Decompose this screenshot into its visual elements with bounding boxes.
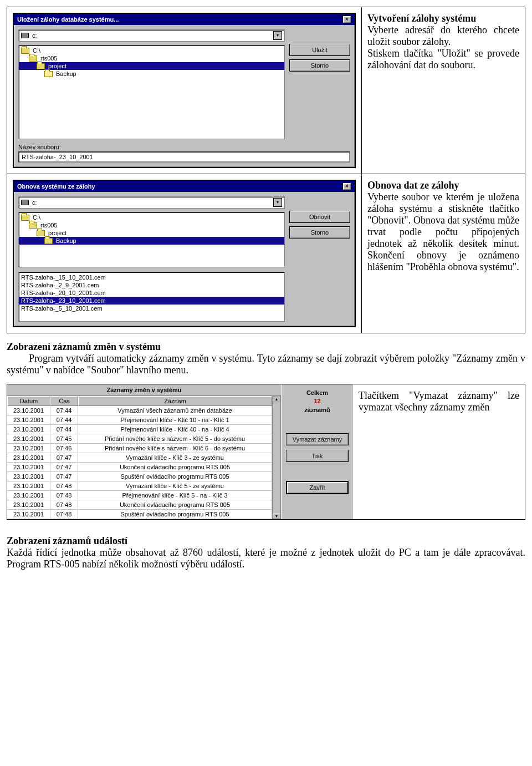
folder-list[interactable]: C:\rts005projectBackup (18, 212, 285, 267)
cancel-button[interactable]: Storno (289, 59, 350, 72)
dialog-title: Obnova systému ze zálohy (17, 183, 95, 190)
table-cell: Přidání nového klíče s názvem - Klíč 5 -… (78, 434, 272, 444)
table-cell: 07:46 (50, 444, 78, 453)
folder-icon (37, 63, 45, 69)
folder-item[interactable]: C:\ (19, 47, 284, 54)
table-cell: Vymazání klíče - Klíč 3 - ze systému (78, 453, 272, 463)
drive-icon (21, 33, 29, 38)
table-cell: Ukončení ovládacího programu RTS 005 (78, 463, 272, 472)
drive-select[interactable]: c: ▾ (18, 29, 285, 42)
table-cell: 07:48 (50, 481, 78, 491)
save-backup-dialog: Uložení zálohy databáze systému... × c: … (13, 13, 356, 168)
table-cell: 23.10.2001 (7, 425, 50, 434)
folder-item[interactable]: project (19, 62, 284, 70)
table-header: Datum (7, 396, 50, 406)
close-icon[interactable]: × (342, 182, 351, 190)
folder-item[interactable]: C:\ (19, 214, 284, 221)
section-body: Vyberte soubor ve kterém je uložena zálo… (367, 191, 519, 273)
table-cell: 23.10.2001 (7, 434, 50, 444)
folder-icon (44, 71, 53, 77)
folder-icon (37, 230, 45, 236)
table-cell: 23.10.2001 (7, 444, 50, 453)
restore-backup-dialog: Obnova systému ze zálohy × c: ▾ C:\rts00… (13, 180, 356, 327)
table-cell: 07:47 (50, 472, 78, 481)
section-body: Tlačítkem "Vymazat záznamy" lze vymazat … (359, 390, 519, 413)
scrollbar[interactable] (272, 396, 281, 519)
close-button[interactable]: Zavřít (286, 481, 349, 494)
section-title: Obnova dat ze zálohy (367, 180, 459, 191)
table-cell: 07:48 (50, 491, 78, 500)
records-dialog: Záznamy změn v systému DatumČasZáznam23.… (7, 384, 353, 519)
table-cell: 23.10.2001 (7, 500, 50, 510)
count-value: 12 (286, 397, 349, 405)
folder-icon (29, 222, 37, 229)
section-body: Vyberte adresář do kterého chcete uložit… (367, 24, 519, 71)
folder-icon (21, 48, 29, 54)
table-cell: 23.10.2001 (7, 491, 50, 500)
close-icon[interactable]: × (342, 16, 351, 23)
count-label: záznamů (286, 406, 349, 414)
table-cell: Vymazání klíče - Klíč 5 - ze systému (78, 481, 272, 491)
save-button[interactable]: Uložit (289, 44, 350, 56)
file-item[interactable]: RTS-zaloha-_20_10_2001.cem (19, 289, 284, 297)
section-body: Program vytváří automaticky záznamy změn… (7, 353, 525, 376)
file-item[interactable]: RTS-zaloha-_5_10_2001.cem (19, 305, 284, 312)
filename-field[interactable]: RTS-zaloha-_23_10_2001 (18, 151, 350, 163)
drive-select[interactable]: c: ▾ (18, 196, 285, 209)
table-cell: 23.10.2001 (7, 481, 50, 491)
drive-icon (21, 200, 29, 205)
folder-item[interactable]: rts005 (19, 221, 284, 229)
folder-list[interactable]: C:\rts005projectBackup (18, 45, 285, 139)
table-cell: 07:48 (50, 510, 78, 519)
section-title: Zobrazení záznamů změn v systému (7, 341, 161, 352)
table-cell: Přejmenování klíče - Klíč 5 - na - Klíč … (78, 491, 272, 500)
chevron-down-icon[interactable]: ▾ (273, 31, 282, 40)
folder-item[interactable]: rts005 (19, 54, 284, 62)
table-cell: 23.10.2001 (7, 472, 50, 481)
table-cell: Přejmenování klíče - Klíč 40 - na - Klíč… (78, 425, 272, 434)
file-item[interactable]: RTS-zaloha-_23_10_2001.cem (19, 297, 284, 305)
table-cell: 23.10.2001 (7, 463, 50, 472)
table-cell: 07:48 (50, 500, 78, 510)
clear-records-button[interactable]: Vymazat záznamy (286, 433, 349, 445)
cancel-button[interactable]: Storno (289, 226, 350, 239)
table-cell: Spuštění ovládacího programu RTS 005 (78, 510, 272, 519)
filename-label: Název souboru: (18, 144, 350, 150)
table-header: Záznam (78, 396, 272, 406)
table-cell: 07:45 (50, 434, 78, 444)
folder-icon (29, 55, 37, 62)
print-button[interactable]: Tisk (286, 450, 349, 462)
file-item[interactable]: RTS-zaloha-_15_10_2001.cem (19, 273, 284, 281)
dialog-title: Záznamy změn v systému (7, 384, 281, 396)
section-title: Zobrazení záznamů událostí (7, 535, 127, 546)
table-cell: 07:47 (50, 463, 78, 472)
folder-icon (44, 238, 53, 244)
table-cell: Přejmenování klíče - Klíč 10 - na - Klíč… (78, 415, 272, 425)
folder-item[interactable]: Backup (19, 237, 284, 245)
folder-icon (21, 215, 29, 221)
table-cell: 23.10.2001 (7, 415, 50, 425)
folder-item[interactable]: project (19, 229, 284, 237)
table-cell: 07:47 (50, 453, 78, 463)
table-cell: Vymazání všech záznamů změn databáze (78, 406, 272, 415)
section-title: Vytvoření zálohy systému (367, 13, 476, 24)
folder-item[interactable]: Backup (19, 70, 284, 78)
table-cell: 07:44 (50, 425, 78, 434)
table-cell: Spuštění ovládacího programu RTS 005 (78, 472, 272, 481)
table-cell: Přidání nového klíče s názvem - Klíč 6 -… (78, 444, 272, 453)
table-cell: 07:44 (50, 406, 78, 415)
table-cell: Ukončení ovládacího programu RTS 005 (78, 500, 272, 510)
table-cell: 07:44 (50, 415, 78, 425)
section-body: Každá řídící jednotka může obsahovat až … (7, 547, 525, 570)
count-label: Celkem (286, 389, 349, 397)
table-cell: 23.10.2001 (7, 406, 50, 415)
file-item[interactable]: RTS-zaloha-_2_9_2001.cem (19, 281, 284, 289)
table-header: Čas (50, 396, 78, 406)
restore-button[interactable]: Obnovit (289, 211, 350, 223)
table-cell: 23.10.2001 (7, 510, 50, 519)
file-list[interactable]: RTS-zaloha-_15_10_2001.cemRTS-zaloha-_2_… (18, 272, 285, 322)
dialog-title: Uložení zálohy databáze systému... (17, 16, 119, 23)
chevron-down-icon[interactable]: ▾ (273, 198, 282, 207)
table-cell: 23.10.2001 (7, 453, 50, 463)
